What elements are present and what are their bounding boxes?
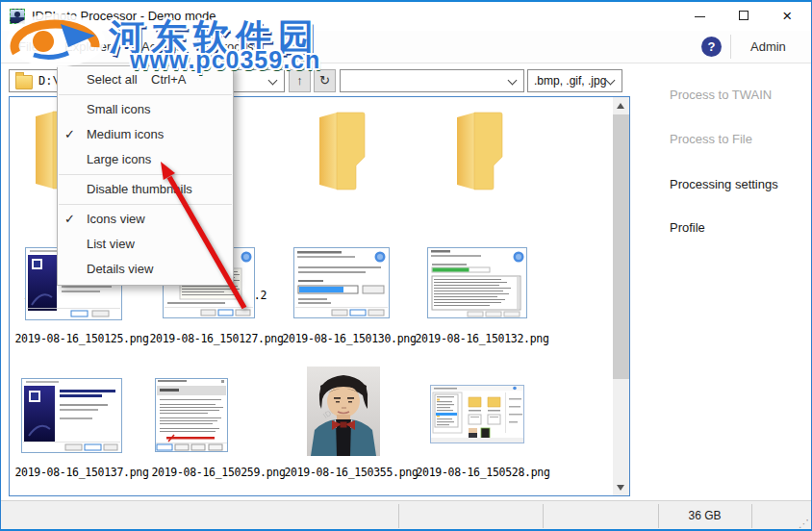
menu-item-disable-thumbnails[interactable]: Disable thumbnails (58, 177, 233, 202)
up-folder-button[interactable]: ↑ (289, 69, 311, 92)
menu-item-list-view[interactable]: List view (58, 232, 233, 257)
shortcut-label: Ctrl+A (151, 67, 186, 92)
sidebar-item-processing-settings[interactable]: Processing settings (670, 177, 778, 191)
menu-item-icons-view[interactable]: ✓ Icons view (58, 207, 233, 232)
refresh-button[interactable]: ↻ (314, 69, 336, 92)
chevron-down-icon[interactable] (508, 76, 518, 86)
title-bar: IDPhoto Processor - Demo mode × (1, 2, 811, 31)
check-icon: ✓ (64, 122, 84, 147)
chevron-down-icon[interactable] (606, 76, 616, 86)
triangle-up-icon (617, 103, 624, 109)
close-icon: × (782, 10, 795, 22)
actions-sidebar: Process to TWAIN Process to File Process… (631, 63, 812, 496)
close-button[interactable]: × (767, 2, 811, 31)
menu-item-details-view[interactable]: Details view (58, 257, 233, 282)
folder-icon[interactable] (454, 110, 506, 192)
disk-space-indicator: 36 GB (658, 501, 751, 531)
file-thumbnail-activation-dialog[interactable] (155, 378, 228, 452)
file-label[interactable]: 2019-08-16_150127.png (149, 332, 284, 345)
menubar-separator (730, 35, 731, 59)
menu-item-select-all[interactable]: Select all Ctrl+A (58, 67, 233, 92)
menu-file[interactable]: File (18, 31, 38, 63)
triangle-down-icon (617, 485, 624, 491)
sidebar-item-process-to-twain[interactable]: Process to TWAIN (670, 88, 772, 102)
menu-actions[interactable]: Actions (141, 31, 183, 63)
scroll-down-button[interactable] (613, 479, 629, 495)
statusbar-separator (543, 504, 544, 528)
minimize-button[interactable] (678, 2, 723, 31)
file-label[interactable]: 2019-08-16_150137.png (14, 466, 149, 479)
file-label[interactable]: 2019-08-16_150528.png (416, 466, 550, 479)
menu-item-medium-icons[interactable]: ✓ Medium icons (58, 122, 233, 147)
menu-separator (59, 204, 232, 205)
chevron-down-icon[interactable] (268, 76, 278, 86)
vertical-scrollbar[interactable] (613, 97, 629, 495)
scroll-up-button[interactable] (613, 97, 629, 114)
folder-icon[interactable] (317, 110, 368, 192)
folder-icon (15, 75, 33, 89)
status-bar: 36 GB ⋰ (1, 500, 811, 531)
app-icon (10, 9, 25, 24)
file-thumbnail-app-screenshot[interactable] (430, 385, 524, 443)
file-thumbnail-installer-finish[interactable] (21, 378, 122, 453)
file-thumbnail-installer-progress[interactable] (427, 247, 527, 318)
sidebar-item-profile[interactable]: Profile (670, 220, 705, 235)
menu-process[interactable]: Process (215, 31, 260, 63)
file-label[interactable]: 2019-08-16_150259.png (151, 466, 286, 479)
explorer-context-menu: Select all Ctrl+A Small icons ✓ Medium i… (57, 65, 234, 286)
maximize-button[interactable] (723, 2, 767, 31)
file-label[interactable]: 2019-08-16_150130.png (282, 332, 417, 345)
resize-grip[interactable]: ⋰ (799, 518, 809, 530)
window-title: IDPhoto Processor - Demo mode (32, 2, 216, 31)
file-thumbnail-portrait-photo[interactable]: IDPhoto Demo (307, 367, 380, 456)
menu-item-large-icons[interactable]: Large icons (58, 147, 233, 172)
menu-explorer[interactable]: Explorer (64, 31, 111, 63)
app-window: IDPhoto Processor - Demo mode × File Exp… (0, 0, 812, 531)
scrollbar-thumb[interactable] (613, 114, 629, 379)
menu-separator (59, 174, 232, 175)
help-icon[interactable]: ? (701, 37, 722, 57)
mask-combobox[interactable] (340, 69, 524, 92)
file-thumbnail-installer-destination[interactable] (293, 247, 390, 318)
file-label[interactable]: 2019-08-16_150125.png (14, 332, 149, 345)
filetype-filter-combobox[interactable]: .bmp, .gif, .jpg (527, 69, 622, 92)
menu-separator (59, 94, 232, 95)
check-icon: ✓ (64, 207, 84, 232)
menu-admin[interactable]: Admin (750, 31, 786, 63)
menu-bar: File Explorer Actions Process ? Admin (1, 31, 811, 63)
file-label[interactable]: 2019-08-16_150355.png (284, 466, 419, 479)
sidebar-item-process-to-file[interactable]: Process to File (670, 132, 752, 146)
file-label[interactable]: 2019-08-16_150132.png (415, 332, 549, 345)
menu-item-small-icons[interactable]: Small icons (58, 97, 233, 122)
statusbar-separator (398, 504, 399, 528)
statusbar-separator (751, 504, 752, 528)
filter-value: .bmp, .gif, .jpg (534, 70, 606, 91)
